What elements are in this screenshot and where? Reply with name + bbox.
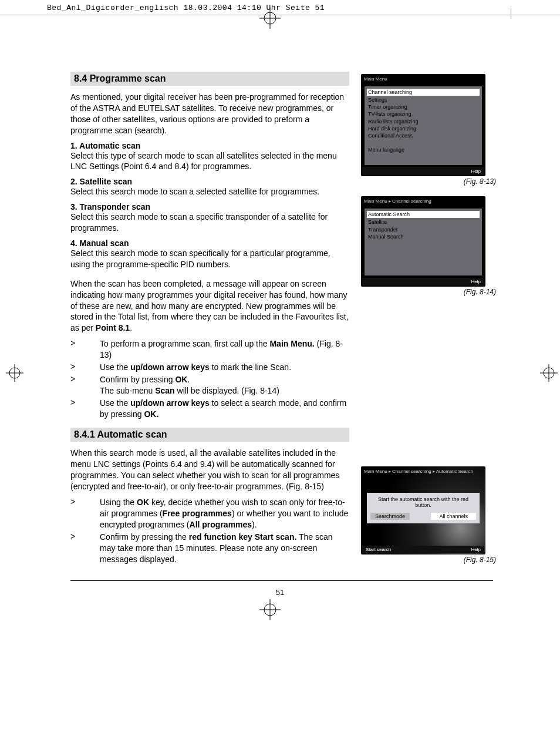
menu-item: Manual Search <box>368 233 478 240</box>
bullet-item: >Confirm by pressing the red function ke… <box>70 532 349 565</box>
figure-caption: (Fig. 8-15) <box>361 556 496 564</box>
bullet-symbol: > <box>70 338 100 361</box>
bullet-symbol: > <box>70 532 100 565</box>
tv-menu-panel: Automatic SearchSatelliteTransponderManu… <box>365 209 482 275</box>
menu-item: Hard disk organizing <box>368 125 478 132</box>
menu-item: TV-lists organizing <box>368 110 478 117</box>
mode-value: All channels <box>431 513 476 520</box>
menu-item: Automatic Search <box>367 211 480 218</box>
after-scans-paragraph: When the scan has been completed, a mess… <box>70 278 349 334</box>
menu-item <box>368 139 478 146</box>
sub-3-text: Select this search mode to scan a specif… <box>70 211 349 234</box>
bullet-symbol: > <box>70 374 100 396</box>
sub-2-head: 2. Satellite scan <box>70 177 349 186</box>
bullet-text: Using the OK key, decide whether you wis… <box>100 497 349 530</box>
tv-screen-1: Main Menu Channel searchingSettingsTimer… <box>361 74 485 176</box>
tv-menu-panel: Channel searchingSettingsTimer organizin… <box>365 86 482 165</box>
tv-breadcrumb: Main Menu ▸ Channel searching ▸ Automati… <box>362 468 484 475</box>
menu-item: Satellite <box>368 219 478 226</box>
tv-bottom-bar: Start search Help <box>362 546 484 553</box>
cropmark-top <box>0 15 560 31</box>
bullet-item: >Using the OK key, decide whether you wi… <box>70 497 349 530</box>
tv-help: Help <box>471 547 481 552</box>
left-column: 8.4 Programme scan As mentioned, your di… <box>70 72 361 574</box>
start-search-label: Start search <box>366 547 391 552</box>
after-scans-bold: Point 8.1 <box>96 323 130 332</box>
spacer <box>362 528 484 546</box>
tv-screen-3: Main Menu ▸ Channel searching ▸ Automati… <box>361 466 485 554</box>
sub-4-head: 4. Manual scan <box>70 238 349 248</box>
menu-item: Radio lists organizing <box>368 118 478 125</box>
menu-item: Transponder <box>368 226 478 233</box>
menu-item: Channel searching <box>367 89 480 96</box>
bullet-symbol: > <box>70 497 100 530</box>
section-title-8-4: 8.4 Programme scan <box>70 72 349 86</box>
figure-8-15: Main Menu ▸ Channel searching ▸ Automati… <box>361 466 496 564</box>
registration-mark-right <box>540 364 558 382</box>
menu-item: Settings <box>368 96 478 103</box>
tv-dialog: Start the automatic search with the red … <box>367 493 480 523</box>
tv-breadcrumb: Main Menu <box>362 75 484 83</box>
bullet-symbol: > <box>70 362 100 373</box>
dialog-text: Start the automatic search with the red … <box>370 496 476 508</box>
sub-2-text: Select this search mode to scan a select… <box>70 186 349 197</box>
sub-1-text: Select this type of search mode to scan … <box>70 150 349 173</box>
bullet-item: >Confirm by pressing OK.The sub-menu Sca… <box>70 374 349 396</box>
bullet-text: Confirm by pressing OK.The sub-menu Scan… <box>100 374 349 396</box>
cropmark-bottom <box>0 597 560 620</box>
menu-item: Timer organizing <box>368 103 478 110</box>
bullet-text: Use the up/down arrow keys to select a s… <box>100 398 349 420</box>
right-column: Main Menu Channel searchingSettingsTimer… <box>361 72 496 574</box>
bullet-text: Use the up/down arrow keys to mark the l… <box>100 362 349 373</box>
tv-help: Help <box>362 278 484 285</box>
bullet-item: >Use the up/down arrow keys to select a … <box>70 398 349 420</box>
section-title-8-4-1: 8.4.1 Automatic scan <box>70 428 349 442</box>
bullet-list-1: >To perform a programme scan, first call… <box>70 338 349 419</box>
bullet-item: >Use the up/down arrow keys to mark the … <box>70 362 349 373</box>
header-text: Bed_Anl_Digicorder_englisch 18.03.2004 1… <box>47 4 325 12</box>
bullet-symbol: > <box>70 398 100 420</box>
bullet-item: >To perform a programme scan, first call… <box>70 338 349 361</box>
sub-1-head: 1. Automatic scan <box>70 141 349 150</box>
figure-caption: (Fig. 8-14) <box>361 288 496 296</box>
mode-label: Searchmode <box>370 513 410 520</box>
tv-screen-2: Main Menu ▸ Channel searching Automatic … <box>361 196 485 287</box>
bullet-list-2: >Using the OK key, decide whether you wi… <box>70 497 349 564</box>
intro-paragraph: As mentioned, your digital receiver has … <box>70 92 349 136</box>
menu-item: Conditional Access <box>368 132 478 139</box>
tv-help: Help <box>362 167 484 175</box>
page-number: 51 <box>0 588 560 597</box>
dialog-row: Searchmode All channels <box>370 513 476 520</box>
figure-8-13: Main Menu Channel searchingSettingsTimer… <box>361 74 496 186</box>
bullet-text: Confirm by pressing the red function key… <box>100 532 349 565</box>
footer-rule <box>70 580 493 581</box>
sec2-intro: When this search mode is used, all the a… <box>70 448 349 492</box>
bullet-text: To perform a programme scan, first call … <box>100 338 349 361</box>
figure-caption: (Fig. 8-13) <box>361 177 496 186</box>
content: 8.4 Programme scan As mentioned, your di… <box>0 31 560 574</box>
sub-3-head: 3. Transponder scan <box>70 202 349 211</box>
sub-4-text: Select this search mode to scan specific… <box>70 248 349 270</box>
tv-breadcrumb: Main Menu ▸ Channel searching <box>362 197 484 205</box>
registration-mark-left <box>6 364 23 382</box>
menu-item: Menu language <box>368 146 478 153</box>
figure-8-14: Main Menu ▸ Channel searching Automatic … <box>361 196 496 296</box>
